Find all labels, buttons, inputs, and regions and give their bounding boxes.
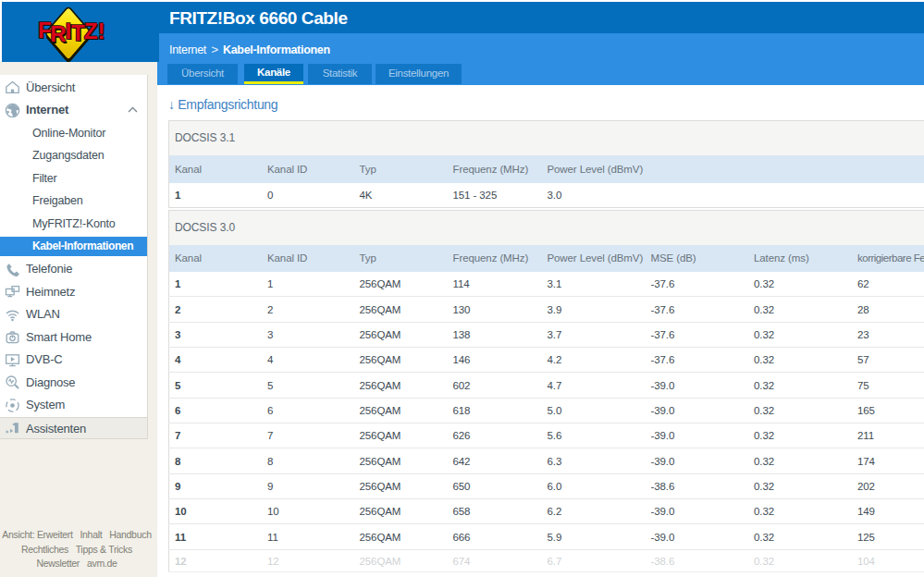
svg-text:FRITZ!: FRITZ! xyxy=(38,18,105,46)
